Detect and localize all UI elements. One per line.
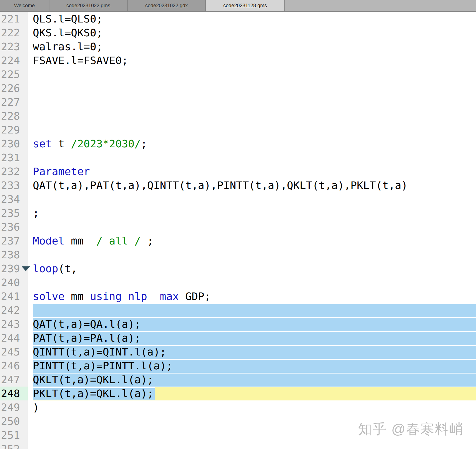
tab-welcome[interactable]: Welcome xyxy=(0,0,49,11)
code-content[interactable] xyxy=(28,442,476,449)
code-content[interactable]: ; xyxy=(28,206,476,220)
line-number-236[interactable]: 236 xyxy=(0,220,28,234)
line-number-244[interactable]: 244 xyxy=(0,331,28,345)
code-content[interactable]: set t /2023*2030/; xyxy=(28,137,476,151)
line-number-250[interactable]: 250 xyxy=(0,414,28,428)
code-content[interactable] xyxy=(28,303,476,317)
code-line-223[interactable]: 223walras.l=0; xyxy=(0,40,476,54)
code-line-241[interactable]: 241solve mm using nlp max GDP; xyxy=(0,289,476,303)
line-number-222[interactable]: 222 xyxy=(0,26,28,40)
code-content[interactable]: QLS.l=QLS0; xyxy=(28,12,476,26)
line-number-238[interactable]: 238 xyxy=(0,248,28,262)
code-line-244[interactable]: 244PAT(t,a)=PA.l(a); xyxy=(0,331,476,345)
code-content[interactable]: Model mm / all / ; xyxy=(28,234,476,248)
line-number-241[interactable]: 241 xyxy=(0,289,28,303)
code-line-239[interactable]: 239loop(t, xyxy=(0,262,476,276)
code-line-232[interactable]: 232Parameter xyxy=(0,165,476,178)
code-content[interactable]: Parameter xyxy=(28,165,476,178)
code-content[interactable] xyxy=(28,276,476,289)
code-content[interactable]: ) xyxy=(28,400,476,414)
code-line-234[interactable]: 234 xyxy=(0,192,476,206)
code-content[interactable]: FSAVE.l=FSAVE0; xyxy=(28,54,476,67)
code-line-235[interactable]: 235; xyxy=(0,206,476,220)
line-number-243[interactable]: 243 xyxy=(0,317,28,331)
code-line-242[interactable]: 242 xyxy=(0,303,476,317)
code-line-222[interactable]: 222QKS.l=QKS0; xyxy=(0,26,476,40)
code-content[interactable]: QAT(t,a),PAT(t,a),QINTT(t,a),PINTT(t,a),… xyxy=(28,178,476,192)
tab-code20231128-gms[interactable]: code20231128.gms xyxy=(206,0,285,11)
line-number-221[interactable]: 221 xyxy=(0,12,28,26)
code-content[interactable] xyxy=(28,151,476,165)
code-line-243[interactable]: 243QAT(t,a)=QA.l(a); xyxy=(0,317,476,331)
code-line-245[interactable]: 245QINTT(t,a)=QINT.l(a); xyxy=(0,345,476,359)
code-line-240[interactable]: 240 xyxy=(0,276,476,289)
code-content[interactable]: QAT(t,a)=QA.l(a); xyxy=(28,317,476,331)
code-content[interactable] xyxy=(28,123,476,137)
code-content[interactable] xyxy=(28,220,476,234)
line-number-229[interactable]: 229 xyxy=(0,123,28,137)
code-content[interactable] xyxy=(28,109,476,123)
code-line-226[interactable]: 226 xyxy=(0,81,476,95)
code-line-224[interactable]: 224FSAVE.l=FSAVE0; xyxy=(0,54,476,67)
code-line-227[interactable]: 227 xyxy=(0,95,476,109)
line-number-246[interactable]: 246 xyxy=(0,359,28,373)
code-content[interactable]: loop(t, xyxy=(28,262,476,276)
line-number-242[interactable]: 242 xyxy=(0,303,28,317)
line-number-252[interactable]: 252 xyxy=(0,442,28,449)
line-number-228[interactable]: 228 xyxy=(0,109,28,123)
code-content[interactable] xyxy=(28,95,476,109)
code-content[interactable]: QKLT(t,a)=QKL.l(a); xyxy=(28,373,476,387)
line-number-237[interactable]: 237 xyxy=(0,234,28,248)
code-line-225[interactable]: 225 xyxy=(0,67,476,81)
line-number-245[interactable]: 245 xyxy=(0,345,28,359)
line-number-224[interactable]: 224 xyxy=(0,54,28,67)
tab-code20231022-gms[interactable]: code20231022.gms xyxy=(49,0,128,11)
code-line-238[interactable]: 238 xyxy=(0,248,476,262)
line-number-240[interactable]: 240 xyxy=(0,276,28,289)
line-number-234[interactable]: 234 xyxy=(0,192,28,206)
line-number-233[interactable]: 233 xyxy=(0,178,28,192)
code-line-221[interactable]: 221QLS.l=QLS0; xyxy=(0,12,476,26)
code-line-233[interactable]: 233QAT(t,a),PAT(t,a),QINTT(t,a),PINTT(t,… xyxy=(0,178,476,192)
code-content[interactable]: walras.l=0; xyxy=(28,40,476,54)
code-line-237[interactable]: 237Model mm / all / ; xyxy=(0,234,476,248)
code-editor[interactable]: 221QLS.l=QLS0;222QKS.l=QKS0;223walras.l=… xyxy=(0,12,476,449)
line-number-239[interactable]: 239 xyxy=(0,262,28,276)
line-number-248[interactable]: 248 xyxy=(0,387,28,400)
code-content[interactable]: PAT(t,a)=PA.l(a); xyxy=(28,331,476,345)
code-content[interactable] xyxy=(28,428,476,442)
code-line-230[interactable]: 230set t /2023*2030/; xyxy=(0,137,476,151)
line-number-249[interactable]: 249 xyxy=(0,400,28,414)
code-line-250[interactable]: 250 xyxy=(0,414,476,428)
code-line-236[interactable]: 236 xyxy=(0,220,476,234)
line-number-223[interactable]: 223 xyxy=(0,40,28,54)
code-line-251[interactable]: 251 xyxy=(0,428,476,442)
code-content[interactable] xyxy=(28,248,476,262)
line-number-235[interactable]: 235 xyxy=(0,206,28,220)
code-line-229[interactable]: 229 xyxy=(0,123,476,137)
tab-code20231022-gdx[interactable]: code20231022.gdx xyxy=(128,0,206,11)
code-content[interactable]: PINTT(t,a)=PINTT.l(a); xyxy=(28,359,476,373)
code-line-249[interactable]: 249) xyxy=(0,400,476,414)
code-line-246[interactable]: 246PINTT(t,a)=PINTT.l(a); xyxy=(0,359,476,373)
line-number-230[interactable]: 230 xyxy=(0,137,28,151)
line-number-226[interactable]: 226 xyxy=(0,81,28,95)
code-content[interactable]: solve mm using nlp max GDP; xyxy=(28,289,476,303)
code-content[interactable] xyxy=(28,67,476,81)
code-content[interactable]: QKS.l=QKS0; xyxy=(28,26,476,40)
line-number-227[interactable]: 227 xyxy=(0,95,28,109)
code-line-228[interactable]: 228 xyxy=(0,109,476,123)
code-content[interactable]: PKLT(t,a)=QKL.l(a); xyxy=(28,387,476,400)
code-content[interactable] xyxy=(28,414,476,428)
line-number-232[interactable]: 232 xyxy=(0,165,28,178)
line-number-251[interactable]: 251 xyxy=(0,428,28,442)
line-number-231[interactable]: 231 xyxy=(0,151,28,165)
code-content[interactable] xyxy=(28,192,476,206)
line-number-247[interactable]: 247 xyxy=(0,373,28,387)
code-line-248[interactable]: 248PKLT(t,a)=QKL.l(a); xyxy=(0,387,476,400)
code-content[interactable]: QINTT(t,a)=QINT.l(a); xyxy=(28,345,476,359)
code-line-231[interactable]: 231 xyxy=(0,151,476,165)
code-content[interactable] xyxy=(28,81,476,95)
line-number-225[interactable]: 225 xyxy=(0,67,28,81)
code-line-252[interactable]: 252 xyxy=(0,442,476,449)
